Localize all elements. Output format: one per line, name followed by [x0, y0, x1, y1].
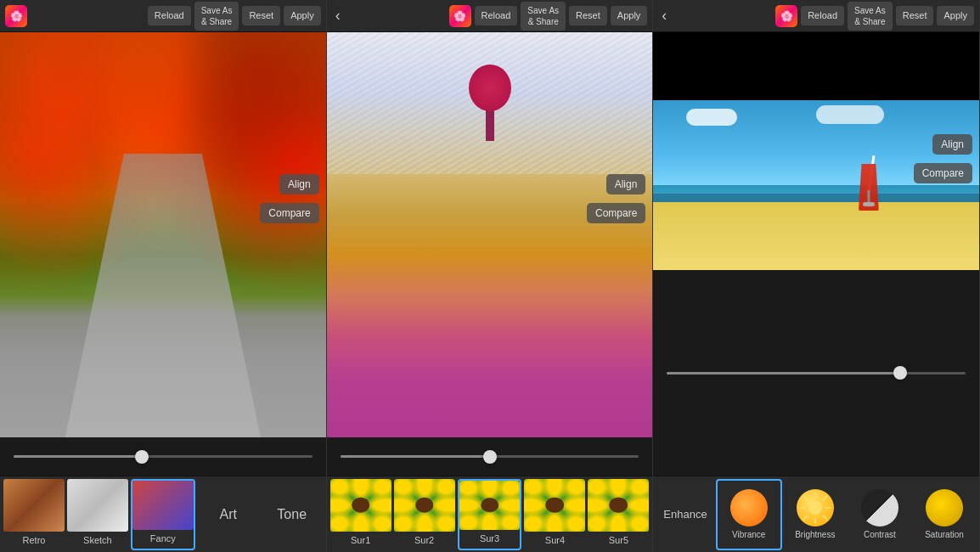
slider-fill-3: [667, 372, 899, 375]
apply-btn-1[interactable]: Apply: [284, 6, 321, 25]
sur4-center: [546, 497, 565, 513]
tree-trunk: [473, 65, 507, 132]
tab-tone-label: Tone: [277, 507, 307, 522]
compare-btn-2[interactable]: Compare: [587, 203, 645, 223]
svg-line-8: [803, 515, 808, 520]
cocktail-container: [856, 155, 881, 211]
reset-btn-1[interactable]: Reset: [242, 6, 280, 25]
tab-sur3-label: Sur3: [480, 533, 499, 544]
saturation-label: Saturation: [925, 530, 964, 539]
sur3-thumb: [459, 481, 521, 530]
slider-thumb-3[interactable]: [893, 366, 907, 380]
toolbar-3: ‹ 🌸 Reload Save As & Share Reset Apply: [653, 0, 979, 32]
sur5-center: [610, 497, 628, 513]
app-logo-1: 🌸: [5, 5, 27, 27]
slider-fill-1: [14, 455, 142, 458]
sur1-center: [352, 497, 370, 513]
svg-point-0: [808, 501, 822, 515]
image-area-1: Align Compare: [0, 32, 326, 437]
bottom-tabs-1: Retro Sketch Fancy Art Tone: [0, 476, 326, 552]
svg-line-5: [803, 496, 808, 500]
save-share-btn-1[interactable]: Save As & Share: [194, 2, 239, 31]
sur5-thumb: [588, 479, 649, 532]
glass-stem: [867, 190, 870, 202]
contrast-label: Contrast: [864, 530, 896, 539]
reset-btn-2[interactable]: Reset: [569, 6, 607, 25]
vibrance-icon: [730, 489, 768, 527]
slider-area-2: [327, 437, 653, 476]
tab-sur5[interactable]: Sur5: [588, 479, 649, 550]
enhance-area: Enhance Vibrance Brightness: [653, 476, 979, 552]
tab-sketch[interactable]: Sketch: [67, 479, 128, 550]
slider-track-1[interactable]: [14, 455, 313, 458]
tab-sketch-label: Sketch: [83, 535, 112, 545]
tab-sur2-label: Sur2: [414, 535, 434, 545]
back-btn-2[interactable]: ‹: [332, 7, 344, 25]
save-share-btn-3[interactable]: Save As & Share: [848, 2, 893, 31]
compare-btn-1[interactable]: Compare: [260, 203, 318, 223]
retro-thumb: [3, 479, 65, 532]
sur3-center: [481, 498, 499, 512]
tab-fancy[interactable]: Fancy: [131, 479, 195, 550]
tab-retro[interactable]: Retro: [3, 479, 65, 550]
enhance-brightness[interactable]: Brightness: [784, 479, 847, 550]
sur1-thumb: [330, 479, 391, 532]
tab-sur1[interactable]: Sur1: [330, 479, 391, 550]
save-share-btn-2[interactable]: Save As & Share: [521, 2, 566, 31]
saturation-icon: [926, 489, 963, 527]
tree-top: [469, 65, 511, 111]
align-btn-1[interactable]: Align: [279, 174, 319, 194]
brightness-icon: [797, 489, 834, 527]
apply-btn-2[interactable]: Apply: [611, 6, 648, 25]
slider-thumb-1[interactable]: [135, 450, 149, 464]
panel-1: 🌸 Reload Save As & Share Reset Apply Ali…: [0, 0, 327, 552]
image-area-2: Align Compare: [327, 32, 653, 437]
sketch-thumb-img: [67, 479, 128, 532]
tab-fancy-label: Fancy: [150, 533, 176, 544]
sur2-center: [415, 497, 434, 513]
tab-tone[interactable]: Tone: [262, 479, 323, 550]
slider-thumb-2[interactable]: [483, 450, 497, 464]
reload-btn-1[interactable]: Reload: [148, 6, 191, 25]
sur2-thumb: [394, 479, 455, 532]
slider-track-3[interactable]: [667, 372, 966, 375]
slider-track-2[interactable]: [341, 455, 639, 458]
panel-3: ‹ 🌸 Reload Save As & Share Reset Apply A…: [653, 0, 980, 552]
tab-art-label: Art: [220, 507, 237, 522]
enhance-vibrance[interactable]: Vibrance: [716, 479, 782, 550]
painting-bg-2: [327, 32, 653, 437]
tab-sur1-label: Sur1: [351, 535, 370, 545]
enhance-saturation[interactable]: Saturation: [913, 479, 976, 550]
fancy-thumb-img: [132, 481, 194, 530]
reload-btn-2[interactable]: Reload: [475, 6, 518, 25]
svg-line-6: [823, 515, 827, 520]
glass-base: [863, 202, 875, 206]
slider-area-3: [653, 354, 979, 392]
enhance-contrast[interactable]: Contrast: [848, 479, 911, 550]
align-btn-3[interactable]: Align: [932, 134, 972, 155]
back-btn-3[interactable]: ‹: [658, 7, 670, 25]
black-top-area: [653, 32, 979, 100]
tab-sur2[interactable]: Sur2: [394, 479, 455, 550]
tab-sur5-label: Sur5: [609, 535, 628, 545]
tab-art[interactable]: Art: [198, 479, 259, 550]
sand: [653, 202, 979, 270]
tab-sur3[interactable]: Sur3: [458, 479, 522, 550]
brightness-label: Brightness: [795, 530, 835, 539]
brightness-rays-svg: [797, 489, 834, 527]
cloud-2: [816, 105, 884, 124]
panel-2: ‹ 🌸 Reload Save As & Share Reset Apply A…: [327, 0, 654, 552]
reset-btn-3[interactable]: Reset: [896, 6, 934, 25]
reload-btn-3[interactable]: Reload: [801, 6, 844, 25]
slider-area-1: [0, 437, 326, 476]
tab-sur4[interactable]: Sur4: [524, 479, 585, 550]
bottom-dark-area: [653, 270, 979, 476]
align-btn-2[interactable]: Align: [606, 174, 646, 194]
sur4-thumb: [524, 479, 585, 532]
apply-btn-3[interactable]: Apply: [937, 6, 974, 25]
tab-retro-label: Retro: [23, 535, 46, 545]
app-logo-2: 🌸: [449, 5, 471, 27]
compare-btn-3[interactable]: Compare: [914, 163, 972, 183]
bottom-tabs-2: Sur1 Sur2 Sur3 Sur4: [327, 476, 653, 552]
svg-line-7: [823, 496, 827, 500]
